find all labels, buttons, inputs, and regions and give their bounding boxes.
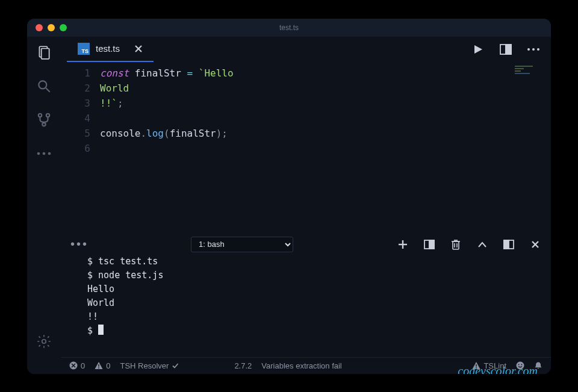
svg-rect-31 [504, 240, 509, 249]
terminal-line: Hello [87, 282, 524, 296]
svg-point-6 [42, 122, 45, 125]
line-number: 4 [61, 111, 90, 126]
terminal-panel: ••• 1: bash [61, 237, 551, 357]
typescript-file-icon: TS [78, 43, 90, 55]
svg-point-10 [42, 339, 46, 343]
run-icon[interactable] [471, 43, 485, 56]
svg-point-9 [48, 152, 51, 155]
code-editor[interactable]: 1 2 3 4 5 6 const finalStr = `HelloWorld… [61, 62, 551, 237]
svg-point-2 [39, 81, 46, 89]
editor-main: TS test.ts [61, 37, 551, 374]
window-title: test.ts [27, 23, 551, 32]
activity-bar [27, 37, 61, 374]
window-body: TS test.ts [27, 37, 551, 374]
window-close-button[interactable] [36, 24, 43, 31]
close-tab-icon[interactable] [134, 45, 143, 53]
source-control-icon[interactable] [36, 111, 52, 128]
maximize-panel-icon[interactable] [476, 238, 488, 250]
terminal-line: !! [87, 310, 524, 324]
svg-point-8 [43, 152, 46, 155]
settings-gear-icon[interactable] [36, 333, 52, 350]
terminal-line: $ [87, 324, 524, 338]
line-number: 5 [61, 126, 90, 141]
svg-rect-25 [453, 241, 459, 249]
tabs-row: TS test.ts [61, 37, 551, 62]
toggle-panel-icon[interactable] [503, 238, 515, 250]
titlebar: test.ts [27, 19, 551, 37]
line-gutter: 1 2 3 4 5 6 [61, 62, 100, 237]
tab-label: test.ts [96, 43, 120, 54]
svg-point-5 [46, 113, 49, 116]
terminal-header: ••• 1: bash [61, 237, 551, 252]
explorer-icon[interactable] [36, 44, 52, 61]
svg-point-18 [532, 48, 535, 51]
terminal-line: $ node test.js [87, 269, 524, 282]
window-controls [36, 24, 67, 31]
terminal-line: World [87, 296, 524, 310]
terminal-cursor [98, 325, 104, 335]
svg-point-17 [527, 48, 530, 51]
line-number: 2 [61, 81, 90, 96]
panel-more-icon[interactable]: ••• [70, 237, 179, 251]
terminal-line: $ tsc test.ts [87, 255, 524, 269]
svg-rect-16 [506, 45, 511, 54]
new-terminal-icon[interactable] [397, 238, 409, 250]
svg-point-4 [39, 113, 42, 116]
line-number: 3 [61, 96, 90, 111]
line-number: 1 [61, 66, 90, 81]
window-maximize-button[interactable] [60, 24, 67, 31]
watermark: codevscolor.com [458, 364, 538, 374]
tab-test-ts[interactable]: TS test.ts [67, 37, 154, 62]
more-icon[interactable] [36, 145, 52, 162]
terminal-output[interactable]: $ tsc test.ts$ node test.jsHelloWorld!!$… [61, 252, 551, 374]
svg-point-7 [37, 152, 40, 155]
svg-point-19 [537, 48, 539, 51]
kill-terminal-icon[interactable] [450, 238, 462, 250]
minimap[interactable] [515, 66, 545, 75]
more-actions-icon[interactable] [527, 43, 540, 56]
terminal-actions [397, 238, 541, 250]
editor-actions [471, 43, 551, 56]
code-content: const finalStr = `HelloWorld!!`; console… [100, 62, 551, 237]
search-icon[interactable] [36, 78, 52, 95]
split-terminal-icon[interactable] [423, 238, 435, 250]
editor-window: test.ts [27, 19, 551, 374]
terminal-selector[interactable]: 1: bash [191, 237, 293, 252]
line-number: 6 [61, 141, 90, 156]
svg-marker-13 [474, 45, 482, 54]
svg-rect-24 [429, 240, 434, 249]
split-editor-icon[interactable] [499, 43, 512, 56]
window-minimize-button[interactable] [48, 24, 55, 31]
svg-line-3 [46, 88, 50, 92]
close-panel-icon[interactable] [529, 238, 541, 250]
svg-rect-1 [42, 48, 49, 58]
